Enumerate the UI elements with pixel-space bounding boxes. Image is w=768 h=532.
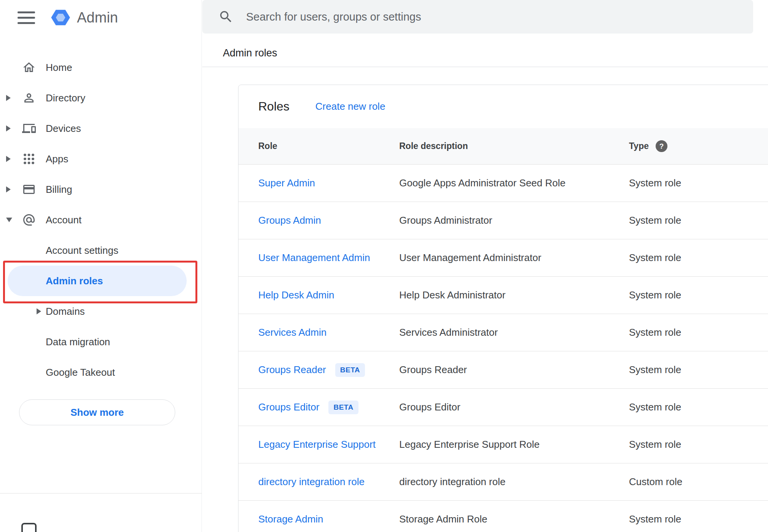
sidebar-item-label: Google Takeout [46, 367, 115, 378]
breadcrumb: Admin roles [223, 46, 277, 60]
sidebar-item-account-settings[interactable]: Account settings [0, 235, 202, 266]
sidebar-item-admin-roles[interactable]: Admin roles [8, 266, 187, 296]
role-type: Custom role [629, 476, 768, 488]
sidebar-item-apps[interactable]: Apps [0, 144, 202, 174]
sidebar-item-devices[interactable]: Devices [0, 113, 202, 144]
role-type: System role [629, 177, 768, 189]
home-icon [22, 61, 36, 74]
chevron-right-icon[interactable] [6, 156, 11, 162]
sidebar-header: Admin [0, 0, 202, 35]
role-link[interactable]: Legacy Enterprise Support [258, 439, 376, 450]
admin-logo-icon [50, 7, 71, 28]
table-row: Super Admin Google Apps Administrator Se… [238, 164, 768, 202]
search-icon [218, 9, 234, 24]
role-description: Google Apps Administrator Seed Role [399, 177, 629, 189]
sidebar-nav: Home Directory Devices [0, 52, 202, 425]
billing-card-icon [22, 183, 36, 196]
apps-grid-icon [22, 152, 36, 166]
search-bar[interactable] [202, 0, 753, 34]
table-row: Groups Reader BETA Groups Reader System … [238, 351, 768, 388]
roles-card: Roles Create new role Role Role descript… [238, 85, 768, 532]
account-at-icon [22, 213, 36, 227]
sidebar: Admin Home Directory Devices [0, 0, 202, 532]
sidebar-item-home[interactable]: Home [0, 52, 202, 83]
role-description: directory integration role [399, 476, 629, 488]
sidebar-item-label: Billing [46, 184, 72, 195]
menu-icon[interactable] [18, 11, 35, 24]
table-row: Legacy Enterprise Support Legacy Enterpr… [238, 426, 768, 463]
role-description: Help Desk Administrator [399, 289, 629, 301]
app-name: Admin [77, 10, 118, 26]
role-description: Storage Admin Role [399, 513, 629, 525]
sidebar-item-label: Directory [46, 92, 85, 104]
show-more-button[interactable]: Show more [19, 399, 175, 425]
role-link[interactable]: Storage Admin [258, 513, 323, 525]
role-type: System role [629, 252, 768, 264]
person-icon [22, 91, 36, 105]
sidebar-item-label: Data migration [46, 336, 110, 348]
sidebar-item-label: Account [46, 214, 82, 226]
column-role: Role [258, 141, 399, 151]
sidebar-item-directory[interactable]: Directory [0, 83, 202, 113]
divider [0, 493, 202, 494]
column-type: Type ? [629, 140, 768, 152]
sidebar-item-domains[interactable]: Domains [0, 296, 202, 327]
role-description: Groups Reader [399, 364, 629, 376]
chevron-down-icon[interactable] [6, 218, 12, 222]
role-link[interactable]: Help Desk Admin [258, 289, 334, 301]
divider [202, 67, 768, 67]
role-description: Legacy Enterprise Support Role [399, 439, 629, 450]
sidebar-item-label: Domains [46, 306, 85, 317]
role-description: User Management Administrator [399, 252, 629, 264]
role-link[interactable]: directory integration role [258, 476, 365, 488]
beta-badge: BETA [335, 363, 365, 377]
role-type: System role [629, 513, 768, 525]
role-link[interactable]: Groups Reader [258, 364, 326, 376]
chevron-right-icon[interactable] [6, 125, 11, 131]
chevron-right-icon[interactable] [6, 186, 11, 192]
role-description: Groups Administrator [399, 215, 629, 226]
sidebar-item-label: Devices [46, 123, 81, 135]
role-link[interactable]: Services Admin [258, 327, 326, 338]
sidebar-item-label: Admin roles [46, 275, 103, 287]
table-row: User Management Admin User Management Ad… [238, 239, 768, 276]
sidebar-item-account[interactable]: Account [0, 205, 202, 235]
chevron-right-icon[interactable] [6, 95, 11, 101]
chevron-right-icon[interactable] [37, 308, 41, 314]
table-row: directory integration role directory int… [238, 463, 768, 500]
column-role-description: Role description [399, 141, 629, 151]
page-title: Roles [258, 99, 290, 114]
device-footer-icon[interactable] [21, 523, 37, 532]
role-description: Services Administrator [399, 327, 629, 338]
role-type: System role [629, 289, 768, 301]
beta-badge: BETA [328, 401, 358, 414]
role-type: System role [629, 401, 768, 413]
sidebar-item-label: Apps [46, 153, 68, 165]
role-link[interactable]: Groups Admin [258, 215, 321, 226]
role-type: System role [629, 439, 768, 450]
sidebar-item-label: Home [46, 62, 72, 74]
sidebar-item-label: Account settings [46, 245, 118, 256]
table-row: Groups Admin Groups Administrator System… [238, 202, 768, 239]
table-row: Help Desk Admin Help Desk Administrator … [238, 276, 768, 314]
role-link[interactable]: Groups Editor [258, 401, 319, 413]
role-description: Groups Editor [399, 401, 629, 413]
sidebar-item-billing[interactable]: Billing [0, 174, 202, 205]
role-link[interactable]: Super Admin [258, 177, 315, 189]
column-type-label: Type [629, 141, 649, 151]
search-input[interactable] [246, 11, 742, 23]
roles-card-header: Roles Create new role [238, 85, 768, 128]
role-type: System role [629, 215, 768, 226]
table-row: Storage Admin Storage Admin Role System … [238, 500, 768, 532]
role-type: System role [629, 364, 768, 376]
create-new-role-link[interactable]: Create new role [315, 101, 386, 112]
role-link[interactable]: User Management Admin [258, 252, 370, 264]
table-header: Role Role description Type ? [238, 128, 768, 164]
sidebar-item-google-takeout[interactable]: Google Takeout [0, 357, 202, 388]
devices-icon [22, 122, 36, 135]
role-type: System role [629, 327, 768, 338]
sidebar-item-data-migration[interactable]: Data migration [0, 327, 202, 357]
table-row: Services Admin Services Administrator Sy… [238, 314, 768, 351]
table-row: Groups Editor BETA Groups Editor System … [238, 388, 768, 426]
help-icon[interactable]: ? [656, 140, 667, 152]
